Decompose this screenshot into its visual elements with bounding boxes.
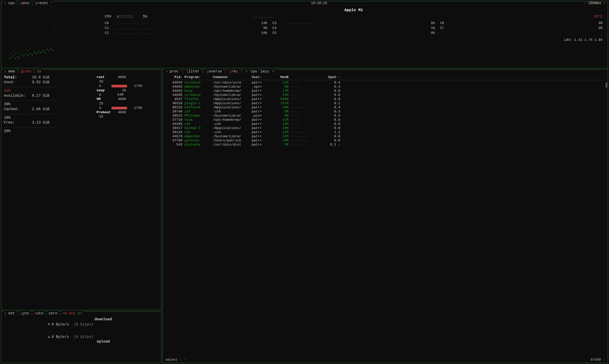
cpu-tab[interactable]: 1 cpu (3, 1, 16, 5)
lazy-tab[interactable]: lazy (259, 69, 270, 73)
pid-44678: 44678 (165, 134, 183, 138)
pid-44695: 44695 (165, 93, 183, 97)
cpu-sort-tab[interactable]: cpu (250, 69, 258, 73)
table-row[interactable]: 543 distnote /usr/sbin/dist patr+ 5M ...… (165, 143, 605, 147)
disks-tab[interactable]: disks (20, 69, 33, 73)
menu-tab[interactable]: menu (20, 1, 31, 5)
plus-button[interactable]: + (604, 1, 606, 5)
svg-rect-15 (38, 51, 39, 52)
svg-rect-61 (16, 324, 17, 325)
used-bar-row: ................................ 61% (4, 85, 94, 93)
mem-tab[interactable]: 2 mem (3, 69, 16, 73)
svg-rect-9 (26, 54, 26, 55)
svg-rect-71 (37, 331, 38, 331)
mem-40318: 151M (271, 101, 289, 105)
free-bar-dots: ................................ (4, 125, 94, 128)
table-row[interactable]: 38623 MTLCompi /System/Librar _win+ 0B .… (165, 114, 605, 118)
mem-stats: Total: 16.0 GiB Used: 9.82 GiB .........… (4, 75, 94, 134)
svg-rect-16 (40, 52, 41, 53)
table-row[interactable]: 4547 firefox /Applications/ patr+ 636M .… (165, 97, 605, 101)
mem-37710: 31M (271, 118, 289, 122)
table-row[interactable]: 44678 mdworker /System/Librar patr+ 21M … (165, 134, 605, 138)
proc-content: Pid: Program: Command: User: MemB Cpu% ↑… (165, 75, 605, 147)
mem-sep1: ┐ (17, 69, 19, 73)
mem-used-row: Used: 9.82 GiB (4, 80, 94, 84)
io-tab[interactable]: io (36, 69, 42, 73)
table-row[interactable]: 30417 GitHub D /Applications/ patr+ 48M … (165, 126, 605, 130)
core-c4-pct: 1% (425, 26, 435, 30)
core-c2-row: C2 ..................... 10% (105, 31, 267, 35)
disk-swap-row: swap 1G (96, 88, 159, 92)
dots-44695: ... (289, 93, 321, 97)
proc-tab[interactable]: 4 proc (165, 69, 180, 73)
zero-tab[interactable]: zero (48, 311, 58, 315)
down-arrow-icon: ▼ (48, 322, 50, 327)
prog-caffeine: Caffeine (183, 105, 212, 109)
nav-lt[interactable]: < (244, 69, 248, 73)
reverse-tab[interactable]: reverse (206, 69, 223, 73)
pid-37760: 37760 (165, 139, 183, 142)
table-row[interactable]: 38748 zsh -zsh patr+ 9M ..... 0.3 (165, 110, 605, 113)
svg-rect-56 (6, 324, 6, 324)
svg-rect-36 (57, 27, 58, 28)
preset-tab[interactable]: preset * (34, 1, 54, 5)
time-display: 18:28:25 (311, 1, 327, 5)
proc-sep2: ┐ (202, 69, 204, 73)
cpu-temp: 33°C (594, 14, 603, 19)
cpu-44694: 0.4 (321, 81, 341, 85)
cpu-info-area: Apple M1 CPU 5% .......... 33°C C0 (102, 7, 605, 65)
table-row[interactable]: 44695 screenca /System/Librar patr+ 21M … (165, 93, 605, 97)
net-tab[interactable]: 3 net (3, 311, 16, 315)
total-val: 16.0 GiB (29, 75, 49, 79)
svg-rect-19 (46, 49, 47, 50)
dots-44678: .......... (289, 134, 321, 138)
minus-button[interactable]: - (584, 1, 586, 5)
nav-n-tab[interactable]: n> (77, 311, 83, 315)
svg-rect-54 (4, 317, 45, 356)
prog-btop: btop (183, 89, 212, 93)
disk-vm-io-label: IO (99, 102, 109, 105)
tree-tab[interactable]: tree (228, 69, 239, 73)
svg-rect-25 (13, 51, 14, 52)
user-44694: patr+ (251, 81, 271, 85)
table-row[interactable]: 40318 plugin-c /Applications/ patr+ 151M… (165, 101, 605, 105)
svg-rect-8 (24, 56, 24, 56)
sync-tab[interactable]: sync (20, 311, 31, 315)
proc-scrollbar[interactable] (606, 82, 607, 88)
svg-rect-14 (36, 53, 37, 54)
user-38134: patr+ (251, 130, 271, 134)
proc-panel: 4 proc ┐ filter ┐ reverse ┐ tree ┐ < c (162, 69, 608, 363)
core-c7-pct: 0% (592, 26, 603, 30)
svg-rect-40 (65, 30, 66, 30)
prog-github-d: GitHub D (183, 126, 212, 130)
table-row[interactable]: 44692 mdworker /System/Librar _spo+ 0B .… (165, 85, 605, 89)
net-tab-number: 3 (4, 312, 6, 315)
mem-sep2: ┐ (33, 69, 35, 73)
svg-rect-57 (8, 322, 9, 322)
filter-tab[interactable]: filter (185, 69, 200, 73)
core-c0-dots: ..................... (114, 21, 255, 25)
svg-rect-62 (18, 328, 19, 328)
avail-label: Available: (4, 94, 27, 98)
user-40318: patr+ (251, 101, 271, 105)
nav-b-tab[interactable]: <b (62, 311, 68, 315)
mem-44678: 21M (271, 134, 289, 138)
table-row[interactable]: 44694 screenca /usr/sbin/scre patr+ 21M … (165, 81, 605, 85)
pid-38748: 38748 (165, 110, 183, 113)
table-row[interactable]: 44395 zsh -zsh patr+ 12M ..... 0.0 (165, 122, 605, 126)
table-row[interactable]: 99126 Caffeine /Applications/ patr+ 18M … (165, 105, 605, 109)
table-row[interactable]: 37760 python3. /Users/patrick patr+ 19M … (165, 139, 605, 142)
dots-44692: ..... (289, 85, 321, 89)
core-c5-pct: 0% (425, 31, 435, 35)
user-44682: patr+ (251, 89, 271, 93)
cpu-38623: 0.3 (321, 114, 341, 118)
auto-tab[interactable]: auto (34, 311, 44, 315)
table-row[interactable]: 44682 btop /opt/homebrew/ patr+ 17M ....… (165, 89, 605, 93)
table-row[interactable]: 38134 zsh -zsh patr+ 11M .......... 1.3 (165, 130, 605, 134)
core-c1-pct: 9% (257, 26, 267, 30)
free-label: Free: (4, 120, 27, 125)
table-row[interactable]: 37710 nvim /opt/homebrew/ patr+ 31M ....… (165, 118, 605, 122)
preset-star: * (50, 1, 53, 5)
nav-gt[interactable]: > (271, 69, 275, 73)
mem-avail-row: Available: 6.17 GiB (4, 94, 94, 98)
